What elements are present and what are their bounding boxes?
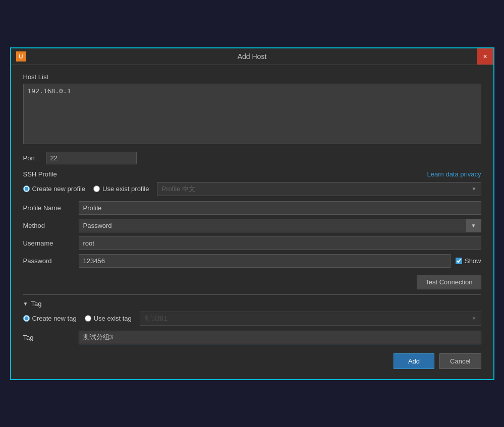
host-list-section: Host List 192.168.0.1 — [23, 73, 481, 146]
radio-create-tag-label: Create new tag — [32, 315, 77, 322]
username-row: Username — [23, 236, 481, 250]
method-label: Method — [23, 222, 79, 229]
method-select-wrap: Password Key ▼ — [79, 219, 481, 232]
username-input[interactable] — [79, 236, 481, 250]
profile-dropdown[interactable]: Profile 中文 ▼ — [157, 182, 481, 196]
cancel-button[interactable]: Cancel — [439, 353, 481, 369]
username-label: Username — [23, 239, 79, 247]
radio-create-profile-label: Create new profile — [32, 185, 86, 193]
show-password-checkbox[interactable] — [456, 258, 462, 264]
ssh-profile-label: SSH Profile — [23, 170, 57, 178]
tag-exist-dropdown[interactable]: 测试组1 ▼ — [140, 312, 481, 326]
close-button[interactable]: × — [477, 48, 493, 65]
profile-dropdown-placeholder: Profile 中文 — [161, 185, 195, 194]
tag-radio-group: Create new tag Use exist tag 测试组1 ▼ — [23, 312, 481, 326]
ssh-profile-section: SSH Profile Learn data privacy Create ne… — [23, 170, 481, 268]
profile-name-input[interactable] — [79, 201, 481, 215]
password-row: Password Show — [23, 254, 481, 268]
title-bar: U Add Host × — [11, 48, 493, 65]
password-input[interactable] — [79, 254, 451, 268]
add-button[interactable]: Add — [394, 353, 434, 369]
radio-create-profile[interactable]: Create new profile — [23, 185, 86, 193]
password-label: Password — [23, 257, 79, 265]
port-input[interactable] — [46, 152, 137, 164]
test-connection-row: Test Connection — [23, 275, 481, 289]
method-row: Method Password Key ▼ — [23, 219, 481, 232]
learn-privacy-link[interactable]: Learn data privacy — [427, 170, 481, 178]
profile-name-row: Profile Name — [23, 201, 481, 215]
tag-dropdown-placeholder: 测试组1 — [144, 314, 167, 323]
host-list-input[interactable]: 192.168.0.1 — [23, 84, 481, 144]
radio-use-exist-profile-label: Use exist profile — [102, 185, 149, 193]
tag-triangle-icon: ▼ — [23, 301, 28, 307]
radio-use-exist-tag[interactable]: Use exist tag — [85, 315, 132, 322]
profile-dropdown-arrow-icon: ▼ — [472, 186, 477, 192]
tag-input[interactable] — [79, 331, 481, 344]
app-icon: U — [16, 51, 26, 62]
tag-dropdown-arrow-icon: ▼ — [472, 316, 477, 321]
show-password-label: Show — [465, 257, 481, 265]
ssh-profile-header: SSH Profile Learn data privacy — [23, 170, 481, 178]
dialog-body: Host List 192.168.0.1 Port SSH Profile L… — [11, 65, 493, 379]
bottom-buttons: Add Cancel — [23, 353, 481, 369]
tag-dropdown-wrap: 测试组1 ▼ — [140, 312, 481, 326]
port-label: Port — [23, 154, 41, 162]
show-checkbox-wrap: Show — [456, 257, 481, 265]
tag-section-header: ▼ Tag — [23, 300, 481, 308]
radio-use-exist-tag-label: Use exist tag — [94, 315, 132, 322]
tag-section: ▼ Tag Create new tag Use exist tag 测试组1 … — [23, 300, 481, 344]
radio-create-tag[interactable]: Create new tag — [23, 315, 77, 322]
ssh-profile-radio-group: Create new profile Use exist profile Pro… — [23, 182, 481, 196]
radio-use-exist-profile[interactable]: Use exist profile — [93, 185, 149, 193]
profile-dropdown-wrap: Profile 中文 ▼ — [157, 182, 481, 196]
tag-input-row: Tag — [23, 331, 481, 344]
method-select[interactable]: Password Key — [79, 219, 481, 232]
test-connection-button[interactable]: Test Connection — [417, 275, 481, 289]
divider — [23, 294, 481, 295]
port-row: Port — [23, 152, 481, 164]
host-list-label: Host List — [23, 73, 481, 81]
tag-label: Tag — [31, 300, 41, 308]
dialog-title: Add Host — [238, 52, 267, 60]
profile-name-label: Profile Name — [23, 204, 79, 212]
tag-field-label: Tag — [23, 334, 79, 341]
